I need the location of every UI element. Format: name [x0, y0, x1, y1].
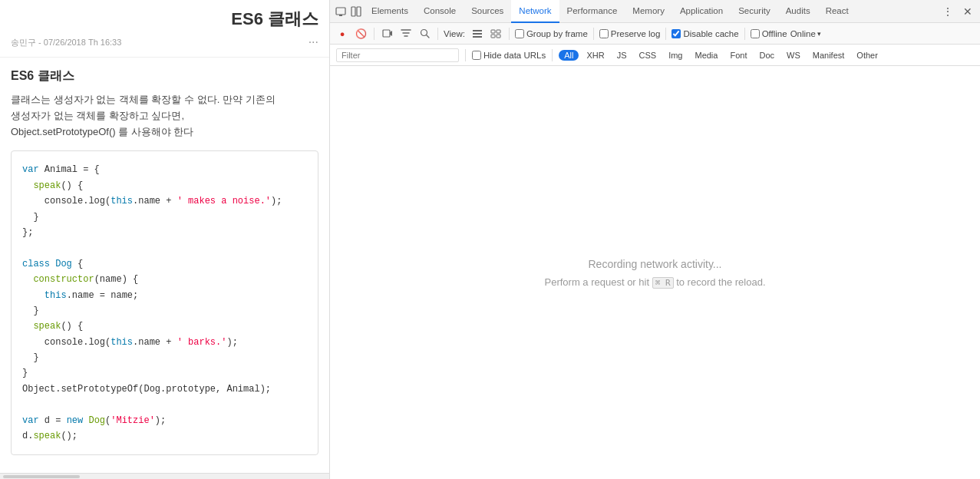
tab-sources[interactable]: Sources	[464, 0, 511, 23]
hide-data-urls-label[interactable]: Hide data URLs	[472, 51, 546, 60]
svg-rect-0	[336, 8, 345, 15]
toolbar-sep-3	[509, 28, 510, 40]
filter-type-img[interactable]: Img	[664, 49, 687, 61]
online-selector[interactable]: Online ▾	[790, 29, 821, 38]
offline-label[interactable]: Offline	[751, 29, 787, 38]
tab-network[interactable]: Network	[511, 0, 559, 23]
filter-type-all[interactable]: All	[559, 50, 579, 61]
devtools-panel: Elements Console Sources Network Perform…	[330, 0, 980, 479]
svg-rect-8	[473, 36, 482, 38]
filter-type-css[interactable]: CSS	[635, 49, 662, 61]
more-tabs-button[interactable]: ⋮	[939, 2, 957, 21]
svg-rect-6	[473, 30, 482, 31]
close-devtools-button[interactable]: ✕	[959, 2, 977, 21]
preserve-log-text: Preserve log	[611, 29, 661, 38]
filter-button[interactable]	[398, 26, 414, 41]
tab-security[interactable]: Security	[731, 0, 778, 23]
chevron-down-icon: ▾	[817, 30, 821, 38]
tab-memory[interactable]: Memory	[625, 0, 672, 23]
left-scrollbar[interactable]	[0, 473, 329, 479]
left-meta: 송민구 - 07/26/2018 Th 16:33 ···	[11, 35, 318, 49]
code-block: var Animal = { speak() { console.log(thi…	[11, 150, 318, 455]
filter-input[interactable]	[336, 48, 459, 62]
hide-data-urls-text: Hide data URLs	[483, 51, 546, 60]
toolbar-sep-2	[437, 28, 438, 40]
scrollbar-thumb[interactable]	[3, 475, 80, 478]
dock-icon[interactable]	[348, 4, 364, 19]
offline-text: Offline	[762, 29, 787, 38]
record-button[interactable]: ●	[335, 26, 350, 41]
filter-type-font[interactable]: Font	[725, 49, 751, 61]
group-by-frame-checkbox[interactable]	[515, 29, 524, 38]
devtools-tabs: Elements Console Sources Network Perform…	[330, 0, 980, 23]
tab-application[interactable]: Application	[672, 0, 731, 23]
tab-react[interactable]: React	[818, 0, 856, 23]
svg-rect-4	[383, 30, 390, 37]
filter-type-media[interactable]: Media	[690, 49, 722, 61]
filter-sep	[465, 49, 466, 61]
meta-sep: -	[38, 38, 44, 47]
date: 07/26/2018 Th 16:33	[44, 38, 122, 47]
recording-text: Recording network activity...	[588, 258, 721, 270]
preserve-log-label[interactable]: Preserve log	[599, 29, 661, 38]
svg-rect-1	[339, 15, 342, 16]
devtools-action-icons: ⋮ ✕	[939, 2, 977, 21]
offline-checkbox[interactable]	[751, 29, 760, 38]
disable-cache-text: Disable cache	[683, 29, 738, 38]
preserve-log-checkbox[interactable]	[599, 29, 609, 38]
filter-type-manifest[interactable]: Manifest	[808, 49, 850, 61]
toolbar-sep-6	[744, 28, 745, 40]
filter-type-other[interactable]: Other	[852, 49, 883, 61]
network-toolbar: ● 🚫 View: Group by frame	[330, 23, 980, 45]
toolbar-sep-5	[665, 28, 666, 40]
left-panel: ES6 클래스 송민구 - 07/26/2018 Th 16:33 ··· ES…	[0, 0, 330, 479]
svg-rect-3	[357, 7, 361, 16]
svg-rect-11	[491, 35, 495, 38]
author: 송민구	[11, 38, 36, 47]
left-content: ES6 클래스 클래스는 생성자가 없는 객체를 확장할 수 없다. 만약 기존…	[0, 58, 329, 473]
recording-subtext: Perform a request or hit ⌘ R to record t…	[544, 276, 765, 288]
network-main-area: Recording network activity... Perform a …	[330, 66, 980, 479]
svg-point-5	[421, 30, 427, 36]
filter-type-doc[interactable]: Doc	[754, 49, 779, 61]
search-button[interactable]	[417, 26, 432, 41]
filter-type-ws[interactable]: WS	[782, 49, 805, 61]
stop-button[interactable]: 🚫	[353, 26, 368, 41]
tab-console[interactable]: Console	[416, 0, 464, 23]
keyboard-shortcut: ⌘ R	[652, 277, 674, 289]
svg-rect-12	[497, 35, 500, 38]
article-text: 클래스는 생성자가 없는 객체를 확장할 수 없다. 만약 기존의생성자가 없는…	[11, 92, 318, 140]
list-view-button[interactable]	[470, 26, 485, 41]
filter-type-js[interactable]: JS	[612, 49, 632, 61]
toolbar-sep-4	[593, 28, 594, 40]
filter-sep-2	[552, 49, 553, 61]
toolbar-sep-1	[374, 28, 375, 40]
hide-data-urls-checkbox[interactable]	[472, 51, 481, 60]
tab-audits[interactable]: Audits	[778, 0, 818, 23]
disable-cache-checkbox[interactable]	[671, 29, 681, 38]
more-button[interactable]: ···	[309, 35, 318, 49]
view-label: View:	[444, 29, 465, 38]
svg-rect-10	[497, 30, 500, 33]
svg-rect-2	[351, 7, 355, 16]
svg-rect-9	[491, 30, 495, 33]
page-title: ES6 클래스	[11, 8, 318, 31]
svg-rect-7	[473, 33, 482, 35]
tab-performance[interactable]: Performance	[559, 0, 625, 23]
screenshot-icon[interactable]	[333, 4, 348, 19]
disable-cache-label[interactable]: Disable cache	[671, 29, 738, 38]
filter-type-xhr[interactable]: XHR	[582, 49, 609, 61]
online-text: Online	[790, 29, 816, 38]
group-by-frame-text: Group by frame	[526, 29, 588, 38]
video-button[interactable]	[380, 26, 395, 41]
meta-text: 송민구 - 07/26/2018 Th 16:33	[11, 37, 121, 48]
left-header: ES6 클래스 송민구 - 07/26/2018 Th 16:33 ···	[0, 0, 329, 58]
group-by-frame-label[interactable]: Group by frame	[515, 29, 588, 38]
filter-bar: Hide data URLs All XHR JS CSS Img Media …	[330, 45, 980, 66]
tab-elements[interactable]: Elements	[364, 0, 416, 23]
grid-view-button[interactable]	[488, 26, 503, 41]
article-subtitle: ES6 클래스	[11, 68, 318, 84]
